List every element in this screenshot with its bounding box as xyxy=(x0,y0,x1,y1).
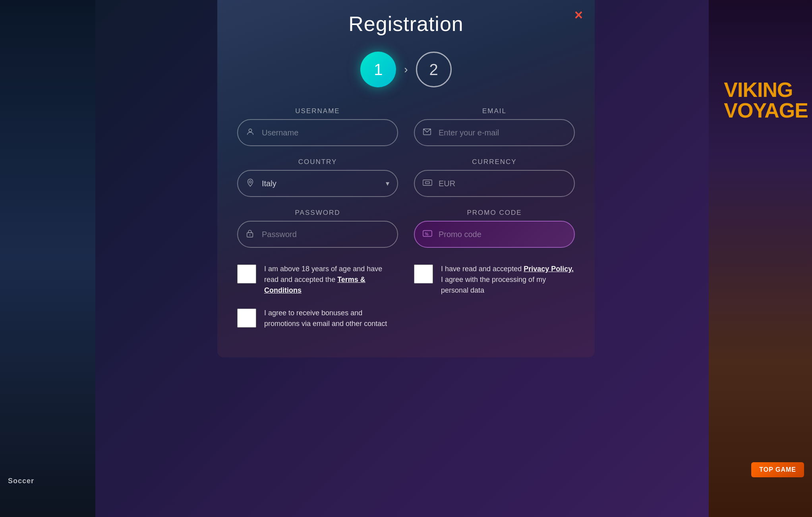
password-group: PASSWORD xyxy=(237,209,398,248)
bonuses-checkbox-text: I agree to receive bonuses and promotion… xyxy=(264,308,398,329)
username-group: USERNAME xyxy=(237,107,398,146)
email-group: EMAIL xyxy=(414,107,575,146)
terms-checkbox-row: I am above 18 years of age and have read… xyxy=(237,264,398,296)
svg-point-6 xyxy=(249,234,251,235)
privacy-checkbox-row: I have read and accepted Privacy Policy.… xyxy=(414,264,575,296)
terms-checkbox[interactable] xyxy=(237,264,256,284)
svg-text:%: % xyxy=(425,231,429,236)
email-icon xyxy=(423,127,431,138)
steps-container: 1 › 2 xyxy=(237,52,575,87)
promo-icon: % xyxy=(423,229,432,240)
currency-input-wrapper xyxy=(414,170,575,197)
terms-checkbox-text: I am above 18 years of age and have read… xyxy=(264,264,398,296)
promo-group: PROMO CODE % xyxy=(414,209,575,248)
email-input[interactable] xyxy=(414,119,575,146)
email-label: EMAIL xyxy=(414,107,575,115)
svg-rect-4 xyxy=(425,181,429,183)
currency-label: CURRENCY xyxy=(414,158,575,166)
password-input[interactable] xyxy=(237,221,398,248)
country-label: COUNTRY xyxy=(237,158,398,166)
svg-point-2 xyxy=(249,181,251,183)
step-1-circle[interactable]: 1 xyxy=(360,52,396,87)
terms-link[interactable]: Terms & Conditions xyxy=(264,276,365,294)
promo-label: PROMO CODE xyxy=(414,209,575,217)
promo-input[interactable] xyxy=(414,221,575,248)
modal-backdrop: × Registration 1 › 2 USERNAME xyxy=(0,0,812,517)
registration-modal: × Registration 1 › 2 USERNAME xyxy=(217,0,595,357)
username-label: USERNAME xyxy=(237,107,398,115)
privacy-checkbox-text: I have read and accepted Privacy Policy.… xyxy=(441,264,575,296)
user-icon xyxy=(246,127,255,138)
modal-title: Registration xyxy=(237,12,575,36)
password-label: PASSWORD xyxy=(237,209,398,217)
step-2-circle[interactable]: 2 xyxy=(416,52,452,87)
country-group: COUNTRY Italy Germany France Spain Unite… xyxy=(237,158,398,197)
country-select-wrapper: Italy Germany France Spain United Kingdo… xyxy=(237,170,398,197)
privacy-checkbox[interactable] xyxy=(414,264,433,284)
privacy-link[interactable]: Privacy Policy. xyxy=(524,265,574,273)
currency-group: CURRENCY xyxy=(414,158,575,197)
bonuses-checkbox[interactable] xyxy=(237,309,256,328)
username-input-wrapper xyxy=(237,119,398,146)
promo-input-wrapper: % xyxy=(414,221,575,248)
location-icon xyxy=(246,178,255,189)
step-arrow: › xyxy=(404,63,408,76)
username-input[interactable] xyxy=(237,119,398,146)
password-input-wrapper xyxy=(237,221,398,248)
lock-icon xyxy=(246,229,254,240)
svg-point-0 xyxy=(249,129,251,131)
bonuses-checkbox-row: I agree to receive bonuses and promotion… xyxy=(237,308,398,329)
checkboxes-section: I am above 18 years of age and have read… xyxy=(237,264,575,329)
email-input-wrapper xyxy=(414,119,575,146)
currency-input xyxy=(414,170,575,197)
country-select[interactable]: Italy Germany France Spain United Kingdo… xyxy=(237,170,398,197)
form-grid: USERNAME EMAIL xyxy=(237,107,575,248)
close-button[interactable]: × xyxy=(574,8,583,22)
currency-icon xyxy=(423,178,432,189)
svg-rect-3 xyxy=(423,180,432,185)
